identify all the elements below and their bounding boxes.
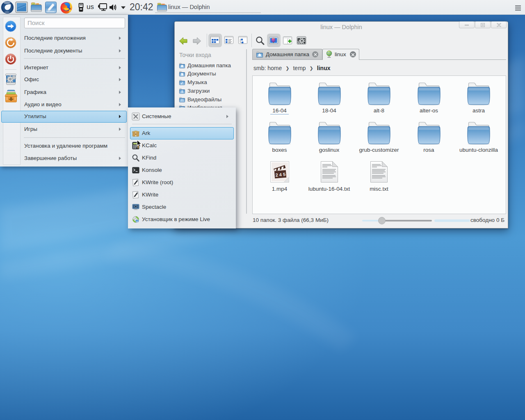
svg-text:os: os [136, 220, 139, 222]
